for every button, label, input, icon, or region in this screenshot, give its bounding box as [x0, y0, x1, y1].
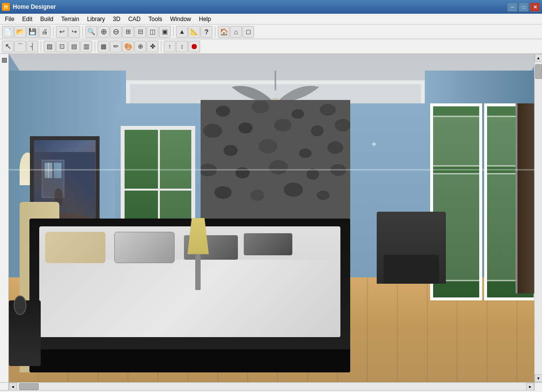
- floor-lamp: [185, 218, 211, 290]
- fit-selection-button[interactable]: ⊟: [134, 26, 146, 38]
- plant-tool-button[interactable]: ✤: [147, 41, 158, 52]
- pillow-4: [244, 233, 292, 255]
- horizontal-scrollbar-row: ◄ ►: [0, 382, 542, 390]
- transform-tools: ↑ ↕ ⏺: [164, 41, 200, 52]
- scroll-thumb-horizontal[interactable]: [19, 383, 39, 390]
- zoom-out-button[interactable]: ⊖: [110, 26, 122, 38]
- window-controls: ─ □ ✕: [507, 2, 540, 12]
- armchair: [377, 212, 446, 284]
- scroll-right-button[interactable]: ►: [526, 383, 534, 391]
- cabinet-tool-button[interactable]: ▦: [98, 41, 109, 52]
- bed-base: [29, 349, 350, 372]
- scroll-track-horizontal[interactable]: [17, 383, 526, 390]
- svg-rect-4: [42, 159, 65, 197]
- redo-button[interactable]: ↪: [68, 26, 80, 38]
- scroll-thumb-vertical[interactable]: [535, 64, 542, 79]
- nightstand: [9, 300, 41, 366]
- scroll-up-button[interactable]: ▲: [535, 54, 542, 62]
- menu-edit[interactable]: Edit: [18, 15, 36, 24]
- help-context-button[interactable]: ?: [201, 26, 212, 38]
- scroll-left-button[interactable]: ◄: [9, 383, 17, 391]
- nav-tools: ▲ 📐 ?: [176, 26, 212, 38]
- scroll-down-button[interactable]: ▼: [535, 374, 542, 382]
- fit-page-button[interactable]: ⊞: [122, 26, 134, 38]
- toolbar-secondary: ↖ ⌒ ┤ ▨ ⊡ ▤ ▥ ▦ ✏ 🎨 ⊕ ✤ ↑ ↕ ⏺: [0, 39, 542, 54]
- cursor-crosshair: [371, 139, 379, 147]
- new-button[interactable]: 📄: [2, 26, 14, 38]
- menu-tools[interactable]: Tools: [145, 15, 166, 24]
- separator-6: [95, 41, 95, 52]
- save-button[interactable]: 💾: [26, 26, 38, 38]
- menu-bar: File Edit Build Terrain Library 3D CAD T…: [0, 14, 542, 24]
- scroll-track-vertical[interactable]: [535, 62, 542, 374]
- separator-1: [53, 26, 53, 37]
- toolbar-primary: 📄 📂 💾 🖨 ↩ ↪ 🔍 ⊕ ⊖ ⊞ ⊟ ◫ ▣ ▲ 📐 ? 🏠 ⌂ ◻: [0, 24, 542, 39]
- 3d-view-button[interactable]: 🏠: [218, 26, 230, 38]
- undo-redo-tools: ↩ ↪: [56, 26, 80, 38]
- print-button[interactable]: 🖨: [39, 26, 51, 38]
- fixture-tool-button[interactable]: ⊕: [134, 41, 146, 52]
- room-tool-button[interactable]: ▥: [80, 41, 92, 52]
- material-tool-button[interactable]: 🎨: [122, 41, 134, 52]
- menu-build[interactable]: Build: [36, 15, 57, 24]
- build-tools: ▨ ⊡ ▤ ▥: [44, 41, 92, 52]
- vertical-scrollbar: ▲ ▼: [534, 54, 542, 382]
- maximize-button[interactable]: □: [518, 2, 529, 12]
- material-tools: ▦ ✏ 🎨 ⊕ ✤: [98, 41, 158, 52]
- close-button[interactable]: ✕: [530, 2, 540, 12]
- arc-tool-button[interactable]: ⌒: [14, 41, 26, 52]
- viewport-3d[interactable]: ▲ ▼: [9, 54, 542, 382]
- left-panel-toggle[interactable]: [2, 58, 7, 63]
- select-tools: ↖ ⌒ ┤: [2, 41, 38, 52]
- pillow-1: [45, 232, 105, 263]
- wall-tool-button[interactable]: ┤: [26, 41, 38, 52]
- zoom-in-button[interactable]: ⊕: [98, 26, 109, 38]
- zoom-box-button[interactable]: ▣: [159, 26, 171, 38]
- pillow-2: [114, 232, 175, 263]
- view-all-button[interactable]: ◫: [147, 26, 158, 38]
- view3d-tools: 🏠 ⌂ ◻: [218, 26, 254, 38]
- crown-molding: [9, 169, 542, 171]
- separator-3: [173, 26, 174, 37]
- left-panel-spacer: [0, 383, 9, 390]
- lamp-base: [195, 254, 201, 291]
- menu-library[interactable]: Library: [83, 15, 109, 24]
- select-tool-button[interactable]: ↖: [2, 41, 14, 52]
- menu-help[interactable]: Help: [195, 15, 215, 24]
- menu-3d[interactable]: 3D: [109, 15, 124, 24]
- app-icon: H: [2, 3, 10, 11]
- title-bar: H Home Designer ─ □ ✕: [0, 0, 542, 14]
- stair-tool-button[interactable]: ▤: [68, 41, 80, 52]
- paint-tool-button[interactable]: ✏: [110, 41, 122, 52]
- separator-2: [82, 26, 83, 37]
- status-bar: [0, 390, 542, 392]
- clock: [14, 295, 26, 315]
- window-tool-button[interactable]: ⊡: [56, 41, 68, 52]
- menu-file[interactable]: File: [1, 15, 18, 24]
- menu-terrain[interactable]: Terrain: [57, 15, 83, 24]
- measure-button[interactable]: 📐: [188, 26, 200, 38]
- file-tools: 📄 📂 💾 🖨: [2, 26, 51, 38]
- 3d-scene: [9, 54, 542, 382]
- menu-cad[interactable]: CAD: [124, 15, 144, 24]
- menu-window[interactable]: Window: [166, 15, 195, 24]
- up-arrow-button[interactable]: ▲: [176, 26, 188, 38]
- main-area: ▲ ▼: [0, 54, 542, 382]
- separator-7: [161, 41, 161, 52]
- floor-view-button[interactable]: ◻: [242, 26, 254, 38]
- transform-tool-button[interactable]: ↕: [176, 41, 188, 52]
- record-button[interactable]: ⏺: [188, 41, 200, 52]
- separator-4: [215, 26, 215, 37]
- minimize-button[interactable]: ─: [507, 2, 517, 12]
- undo-button[interactable]: ↩: [56, 26, 68, 38]
- open-button[interactable]: 📂: [14, 26, 26, 38]
- svg-rect-5: [43, 161, 63, 196]
- door-tool-button[interactable]: ▨: [44, 41, 55, 52]
- left-panel: [0, 54, 9, 382]
- lamp-shade: [187, 218, 209, 254]
- app-title: Home Designer: [13, 3, 507, 10]
- move-tool-button[interactable]: ↑: [164, 41, 176, 52]
- roof-view-button[interactable]: ⌂: [230, 26, 242, 38]
- zoom-tools-button[interactable]: 🔍: [85, 26, 97, 38]
- separator-5: [41, 41, 41, 52]
